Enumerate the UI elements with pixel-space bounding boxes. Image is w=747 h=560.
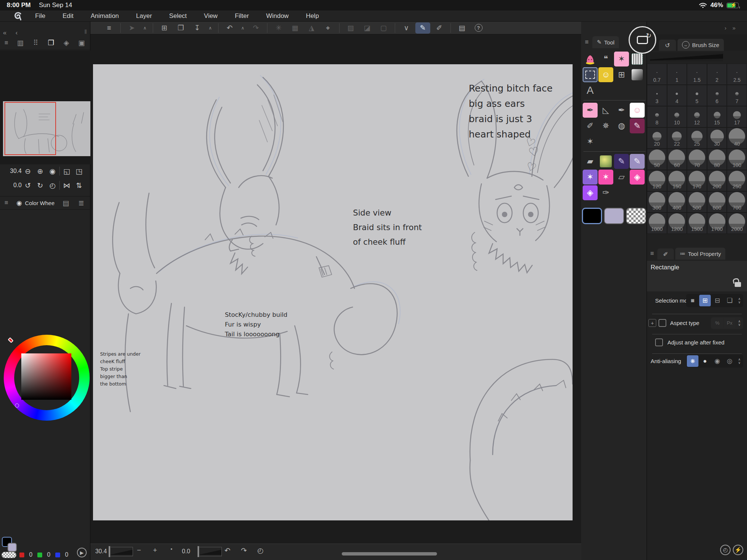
sv-cursor[interactable] [15,403,19,408]
brush-size-40[interactable]: 40 [727,127,747,149]
zoom-out-button[interactable]: − [133,546,145,554]
flip-horizontal-icon[interactable]: ⋈ [61,181,73,190]
saturation-value-square[interactable] [21,353,71,400]
new-canvas-icon[interactable]: ⊞ [157,22,172,34]
figure-line-icon[interactable]: ✐ [432,22,447,34]
menu-item-animation[interactable]: Animation [91,12,119,20]
blend-tool[interactable]: ◍ [614,118,629,133]
undo-icon[interactable]: ↶ [222,22,237,34]
aa-weak-button[interactable]: ● [699,355,711,367]
brush-size-30[interactable]: 30 [707,127,727,149]
rotate-ccw-icon[interactable]: ↺ [22,181,34,190]
brush-size-1700[interactable]: 1700 [707,213,727,234]
marker-light-brush[interactable]: ✎ [630,154,645,169]
bunny-stamp-brush[interactable]: ☺ [598,67,613,82]
correct-line-tool[interactable]: ✑ [598,185,613,200]
nib-pen-tool[interactable]: ✒ [614,103,629,118]
aspect-pixel-button[interactable]: Px [724,318,735,328]
brush-size-17[interactable]: 17 [727,106,747,127]
selection-add-button[interactable]: ⊞ [699,295,711,306]
marquee-tool[interactable] [583,67,598,82]
zoom-slider[interactable] [109,547,133,556]
main-menu-icon[interactable]: ≡ [102,22,117,34]
brush-size-4[interactable]: 4 [667,85,687,106]
tool-property-menu-icon[interactable]: ≡ [647,250,657,257]
eraser-tool[interactable]: ▰ [583,154,598,169]
brush-size-6[interactable]: 6 [707,85,727,106]
selection-subtract-button[interactable]: ⊟ [712,295,723,306]
rotate-device-button[interactable]: ↻ [629,26,656,54]
menu-item-file[interactable]: File [35,12,45,20]
menu-item-help[interactable]: Help [306,12,319,20]
menu-item-view[interactable]: View [204,12,218,20]
brush-size-300[interactable]: 300 [647,191,667,213]
open-file-icon[interactable]: ❐ [173,22,188,34]
tab-timeline[interactable]: ▥ [13,37,28,49]
brush-size-8[interactable]: 8 [647,106,667,127]
brush-size-400[interactable]: 400 [667,191,687,213]
panel-grip-icon[interactable]: ⦀ [84,28,87,35]
menu-item-layer[interactable]: Layer [136,12,152,20]
tool-panel-menu-icon[interactable]: ≡ [581,38,592,46]
clip-studio-logo-icon[interactable] [13,11,23,21]
tab-color-slider[interactable]: ≣ [74,197,89,209]
transparent-color-chip[interactable] [1,552,16,558]
brush-size-70[interactable]: 70 [687,149,707,170]
brush-size-10[interactable]: 10 [667,106,687,127]
tab-color-set[interactable]: ▤ [58,197,74,209]
tab-layer[interactable]: ◈ [59,37,74,49]
zoom-out-icon[interactable]: ⊖ [22,167,34,176]
selection-mode-spinner[interactable]: ∧∨ [736,297,743,304]
sub-tool-collapsed-tab[interactable]: ↺ [659,40,676,51]
story-editor-icon[interactable]: ▤ [455,22,469,34]
balloon-tool[interactable]: ❝ [598,52,613,66]
save-file-icon[interactable]: ↧ [190,22,205,34]
transform-icon[interactable]: ⌖ [320,22,335,34]
frame-border-tool[interactable]: ⊞ [614,67,629,82]
color-panel-menu-icon[interactable]: ≡ [0,199,13,207]
deselect-icon[interactable]: ▨ [343,22,358,34]
home-indicator[interactable] [342,552,437,556]
reset-rotation-button[interactable]: ◴ [255,546,266,555]
sparkle-wand-purple-brush[interactable]: ✶ [583,170,598,185]
brush-size-1[interactable]: 1 [667,64,687,85]
brush-size-2[interactable]: 2 [707,64,727,85]
brush-size-50[interactable]: 50 [647,149,667,170]
brush-size-1000[interactable]: 1000 [647,213,667,234]
reset-clock-icon[interactable]: ◴ [720,545,731,555]
straight-line-icon[interactable]: ∨ [399,22,414,34]
airbrush-tool[interactable]: ✵ [598,118,613,133]
rotation-slider[interactable] [198,547,222,556]
sub-color-swatch[interactable] [604,208,624,224]
tab-layer-property[interactable]: ▣ [74,37,89,49]
brush-size-15[interactable]: 15 [707,106,727,127]
tab-navigator[interactable]: ❐ [43,37,59,49]
actual-pixels-button[interactable]: ▪ [166,546,177,552]
menu-item-window[interactable]: Window [266,12,288,20]
sub-color-chip[interactable] [7,543,17,552]
undo-expand-chevron[interactable]: ∧ [239,22,247,34]
hue-cursor[interactable] [8,337,14,343]
selection-from-selection-button[interactable]: ❏ [724,295,735,306]
aa-strong-button[interactable]: ◎ [724,355,735,367]
actual-size-icon[interactable]: ◳ [73,167,85,176]
brush-size-1500[interactable]: 1500 [687,213,707,234]
zoom-slider-handle[interactable] [108,546,111,557]
rotate-cw-icon[interactable]: ↻ [34,181,46,190]
selection-border-icon[interactable]: ▢ [376,22,391,34]
selection-new-button[interactable]: ■ [687,295,698,306]
brush-size-0.7[interactable]: 0.7 [647,64,667,85]
polyline-tool[interactable]: ◺ [598,103,613,118]
canvas[interactable]: ♡ ♡ ♡ Resting bitch facebig ass earsbrai… [93,64,573,520]
pen-tool[interactable]: ✒ [583,103,598,118]
tab-color-wheel[interactable]: ◉ Color Whee [13,197,58,209]
menu-item-edit[interactable]: Edit [62,12,73,20]
brush-size-250[interactable]: 250 [727,170,747,191]
aa-none-button[interactable]: ❋ [687,355,698,367]
menu-item-filter[interactable]: Filter [235,12,249,20]
sparkle-brush[interactable]: ✶ [614,52,629,66]
flip-vertical-icon[interactable]: ⇅ [73,181,85,190]
text-tool[interactable]: A [583,83,598,98]
brush-size-80[interactable]: 80 [707,149,727,170]
brush-size-3[interactable]: 3 [647,85,667,106]
